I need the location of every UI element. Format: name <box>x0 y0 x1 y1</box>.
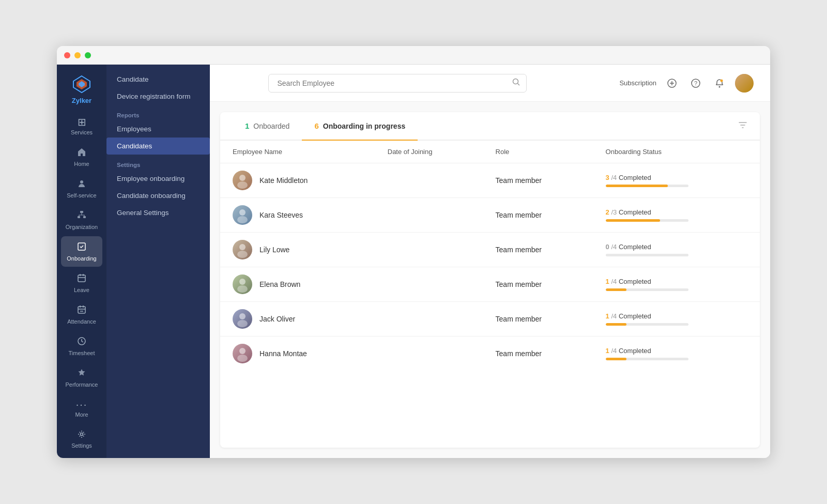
sidebar-label-home: Home <box>74 161 89 167</box>
table-row[interactable]: Kara Steeves Team member 2 /3 Completed <box>220 198 760 233</box>
status-separator: /4 <box>611 347 617 355</box>
svg-point-29 <box>239 313 246 319</box>
maximize-dot[interactable] <box>85 52 91 58</box>
sidebar-item-performance[interactable]: Performance <box>61 362 102 393</box>
progress-bar-bg <box>606 254 688 256</box>
svg-rect-6 <box>83 216 86 218</box>
filter-icon[interactable] <box>738 120 747 132</box>
search-input[interactable] <box>268 74 527 93</box>
minimize-dot[interactable] <box>74 52 81 58</box>
table-row[interactable]: Elena Brown Team member 1 /4 Completed <box>220 267 760 302</box>
settings-icon <box>76 429 87 440</box>
status-completed: 1 <box>606 347 609 355</box>
employee-cell: Elena Brown <box>233 274 363 294</box>
status-text: 3 /4 Completed <box>606 174 747 181</box>
date-of-joining <box>375 233 483 267</box>
onboarding-status: 3 /4 Completed <box>606 174 747 187</box>
status-text: 1 /4 Completed <box>606 278 747 285</box>
titlebar <box>57 46 770 65</box>
sidebar-wide-candidate[interactable]: Candidate <box>106 71 210 88</box>
subscription-link[interactable]: Subscription <box>619 79 656 87</box>
sidebar-item-more[interactable]: ··· More <box>61 394 102 423</box>
content-area: 1 Onboarded 6 Onboarding in progress <box>220 112 760 448</box>
employee-cell: Kara Steeves <box>233 205 363 225</box>
sidebar-wide-employees[interactable]: Employees <box>106 120 210 138</box>
status-completed: 0 <box>606 243 609 251</box>
progress-bar-bg <box>606 358 688 360</box>
sidebar-wide-candidate-onboarding[interactable]: Candidate onboarding <box>106 187 210 204</box>
progress-bar-bg <box>606 288 688 291</box>
sidebar-wide-device-form[interactable]: Device registration form <box>106 88 210 105</box>
services-icon: ⊞ <box>78 117 86 127</box>
svg-point-21 <box>239 175 246 181</box>
in-progress-count: 6 <box>314 121 318 130</box>
tab-in-progress[interactable]: 6 Onboarding in progress <box>302 112 418 141</box>
table-container: Employee Name Date of Joining Role Onboa… <box>220 141 760 448</box>
sidebar-label-attendance: Attendance <box>67 318 96 325</box>
svg-point-30 <box>237 320 248 327</box>
svg-point-27 <box>239 279 246 285</box>
sidebar-item-organization[interactable]: Organization <box>61 205 102 235</box>
sidebar-item-settings[interactable]: Settings <box>61 424 102 454</box>
sidebar-item-self-service[interactable]: Self-service <box>61 173 102 204</box>
home-icon <box>76 147 87 159</box>
progress-bar-bg <box>606 323 688 326</box>
status-text: 1 /4 Completed <box>606 347 747 355</box>
svg-point-23 <box>239 209 246 216</box>
svg-point-22 <box>237 181 248 189</box>
sidebar-wide-candidates[interactable]: Candidates <box>106 138 210 155</box>
employee-role: Team member <box>483 198 593 233</box>
sidebar-item-leave[interactable]: Leave <box>61 268 102 298</box>
avatar <box>233 274 252 294</box>
col-date-joining: Date of Joining <box>375 141 483 163</box>
performance-icon <box>76 368 87 379</box>
sidebar-item-home[interactable]: Home <box>61 142 102 172</box>
organization-icon <box>76 210 87 222</box>
close-dot[interactable] <box>64 52 70 58</box>
status-label: Completed <box>619 174 651 181</box>
search-button[interactable] <box>512 78 520 88</box>
sidebar-label-onboarding: Onboarding <box>67 255 97 262</box>
avatar <box>233 205 252 225</box>
sidebar-wide-employee-onboarding[interactable]: Employee onboarding <box>106 170 210 187</box>
sidebar-label-performance: Performance <box>66 381 98 388</box>
table-row[interactable]: Lily Lowe Team member 0 /4 Completed <box>220 233 760 267</box>
logo-icon <box>71 74 92 95</box>
status-label: Completed <box>619 347 651 355</box>
svg-point-26 <box>237 251 248 258</box>
employee-cell: Jack Oliver <box>233 309 363 329</box>
sidebar-wide-general-settings[interactable]: General Settings <box>106 204 210 221</box>
help-button[interactable]: ? <box>687 75 704 91</box>
sidebar-label-organization: Organization <box>66 224 98 230</box>
tabs-bar: 1 Onboarded 6 Onboarding in progress <box>220 112 760 141</box>
add-button[interactable] <box>664 75 680 91</box>
notification-button[interactable] <box>711 75 728 91</box>
app-body: Zylker ⊞ Services Home Self-service <box>57 65 770 458</box>
table-body: Kate Middleton Team member 3 /4 Complete… <box>220 163 760 371</box>
status-completed: 1 <box>606 278 609 285</box>
status-separator: /4 <box>611 278 617 285</box>
svg-rect-8 <box>78 275 85 282</box>
sidebar-item-attendance[interactable]: Attendance <box>61 299 102 330</box>
self-service-icon <box>76 178 87 190</box>
sidebar-label-more: More <box>75 411 88 418</box>
sidebar-label-timesheet: Timesheet <box>69 350 95 356</box>
sidebar-item-onboarding[interactable]: Onboarding <box>61 236 102 267</box>
user-avatar[interactable] <box>735 74 754 93</box>
status-label: Completed <box>619 208 651 216</box>
logo-area: Zylker <box>71 69 92 112</box>
status-label: Completed <box>619 312 651 320</box>
employee-name: Jack Oliver <box>259 315 295 323</box>
sidebar-item-timesheet[interactable]: Timesheet <box>61 331 102 361</box>
in-progress-label: Onboarding in progress <box>323 122 405 130</box>
sidebar-item-services[interactable]: ⊞ Services <box>61 112 102 141</box>
avatar <box>233 240 252 259</box>
leave-icon <box>76 273 87 285</box>
table-row[interactable]: Kate Middleton Team member 3 /4 Complete… <box>220 163 760 198</box>
col-role: Role <box>483 141 593 163</box>
tab-onboarded[interactable]: 1 Onboarded <box>233 112 302 141</box>
table-row[interactable]: Hanna Montae Team member 1 /4 Completed <box>220 337 760 371</box>
table-row[interactable]: Jack Oliver Team member 1 /4 Completed <box>220 302 760 337</box>
settings-section-label: Settings <box>106 155 210 170</box>
svg-rect-4 <box>80 211 83 213</box>
